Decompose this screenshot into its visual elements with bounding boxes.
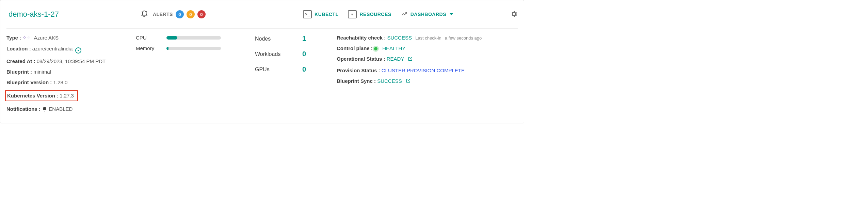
- nodes-value: 1: [296, 35, 306, 43]
- bell-icon: [42, 107, 49, 113]
- notifications-label: Notifications :: [6, 106, 41, 112]
- notifications-value: ENABLED: [49, 106, 73, 112]
- location-target-icon: [75, 47, 81, 54]
- info-column: Type : ⁘⁘ Azure AKS Location : azure/cen…: [6, 35, 132, 118]
- alert-badge-warning[interactable]: 0: [187, 10, 195, 18]
- blueprint-sync-row: Blueprint Sync : SUCCESS: [337, 78, 518, 85]
- created-label: Created At :: [6, 58, 35, 64]
- header-actions: >_ KUBECTL ≡ RESOURCES DASHBOARDS: [303, 10, 518, 19]
- cluster-card: demo-aks-1-27 ALERTS 0 0 0 >_ KUBECTL ≡ …: [0, 0, 524, 123]
- workloads-label: Workloads: [255, 51, 296, 57]
- provision-status-label: Provision Status :: [337, 67, 380, 73]
- reachability-value: SUCCESS: [387, 35, 412, 41]
- cpu-bar-fill: [166, 36, 177, 40]
- kubectl-button[interactable]: >_ KUBECTL: [303, 10, 338, 18]
- open-in-new-icon[interactable]: [407, 57, 413, 63]
- resources-icon: ≡: [348, 10, 357, 18]
- gpus-value: 0: [296, 65, 306, 73]
- operational-status-value: READY: [387, 56, 404, 62]
- chevron-down-icon: [450, 13, 453, 15]
- type-label: Type :: [6, 35, 21, 41]
- created-value: 08/29/2023, 10:39:54 PM PDT: [37, 58, 106, 64]
- type-row: Type : ⁘⁘ Azure AKS: [6, 35, 132, 41]
- terminal-icon: >_: [303, 10, 312, 18]
- cpu-bar: [166, 36, 221, 40]
- alert-badge-info[interactable]: 0: [176, 10, 184, 18]
- status-dot-icon: [374, 47, 377, 50]
- bell-icon: [141, 10, 148, 19]
- gear-icon[interactable]: [510, 10, 518, 19]
- alerts-group[interactable]: ALERTS 0 0 0: [141, 10, 206, 19]
- blueprint-value: minimal: [33, 69, 51, 75]
- memory-label: Memory: [136, 45, 166, 51]
- created-row: Created At : 08/29/2023, 10:39:54 PM PDT: [6, 58, 132, 64]
- cpu-label: CPU: [136, 35, 166, 41]
- cpu-row: CPU: [136, 35, 252, 41]
- location-label: Location :: [6, 46, 31, 51]
- counts-column: Nodes 1 Workloads 0 GPUs 0: [255, 35, 333, 118]
- resources-label: RESOURCES: [359, 12, 391, 17]
- control-plane-label: Control plane :: [337, 45, 373, 51]
- operational-status-label: Operational Status :: [337, 56, 385, 62]
- reachability-row: Reachability check : SUCCESS Last check-…: [337, 35, 518, 41]
- operational-status-row: Operational Status : READY: [337, 56, 518, 63]
- nodes-label: Nodes: [255, 36, 296, 42]
- nodes-row: Nodes 1: [255, 35, 333, 43]
- blueprint-sync-value: SUCCESS: [377, 78, 402, 84]
- memory-bar-fill: [166, 47, 168, 50]
- kubectl-label: KUBECTL: [315, 12, 338, 17]
- reachability-label: Reachability check :: [337, 35, 386, 41]
- type-value: Azure AKS: [34, 35, 59, 41]
- trend-icon: [401, 11, 408, 18]
- provision-status-row: Provision Status : CLUSTER PROVISION COM…: [337, 67, 518, 73]
- reachability-note-prefix: Last check-in: [415, 35, 441, 41]
- blueprint-version-value: 1.28.0: [53, 79, 68, 85]
- dashboards-label: DASHBOARDS: [411, 12, 446, 17]
- usage-column: CPU Memory: [136, 35, 252, 118]
- location-value: azure/centralindia: [32, 46, 73, 51]
- control-plane-value: HEALTHY: [382, 45, 405, 51]
- kubernetes-version-row: Kubernetes Version : 1.27.3: [6, 90, 132, 101]
- reachability-note-value: a few seconds ago: [445, 35, 482, 41]
- open-in-new-icon[interactable]: [405, 79, 411, 85]
- workloads-row: Workloads 0: [255, 50, 333, 58]
- control-plane-row: Control plane : HEALTHY: [337, 45, 518, 51]
- blueprint-version-label: Blueprint Version :: [6, 79, 52, 85]
- cluster-body: Type : ⁘⁘ Azure AKS Location : azure/cen…: [6, 29, 518, 118]
- gpus-row: GPUs 0: [255, 65, 333, 73]
- cluster-header: demo-aks-1-27 ALERTS 0 0 0 >_ KUBECTL ≡ …: [6, 0, 518, 29]
- blueprint-version-row: Blueprint Version : 1.28.0: [6, 79, 132, 85]
- dashboards-button[interactable]: DASHBOARDS: [401, 11, 453, 18]
- gpus-label: GPUs: [255, 66, 296, 73]
- notifications-row: Notifications : ENABLED: [6, 106, 132, 113]
- cluster-name[interactable]: demo-aks-1-27: [9, 10, 59, 19]
- blueprint-sync-label: Blueprint Sync :: [337, 78, 376, 84]
- status-column: Reachability check : SUCCESS Last check-…: [337, 35, 518, 118]
- alert-badge-critical[interactable]: 0: [197, 10, 206, 18]
- memory-bar: [166, 47, 221, 50]
- kubernetes-version-value: 1.27.3: [60, 93, 74, 99]
- azure-icon: ⁘⁘: [22, 35, 31, 41]
- blueprint-label: Blueprint :: [6, 69, 32, 75]
- memory-row: Memory: [136, 45, 252, 51]
- location-row: Location : azure/centralindia: [6, 46, 132, 54]
- resources-button[interactable]: ≡ RESOURCES: [348, 10, 391, 18]
- kubernetes-version-label: Kubernetes Version :: [7, 93, 58, 99]
- workloads-value: 0: [296, 50, 306, 58]
- blueprint-row: Blueprint : minimal: [6, 69, 132, 75]
- kubernetes-version-highlight: Kubernetes Version : 1.27.3: [5, 90, 78, 101]
- provision-status-value[interactable]: CLUSTER PROVISION COMPLETE: [382, 67, 465, 73]
- alerts-label: ALERTS: [153, 12, 173, 17]
